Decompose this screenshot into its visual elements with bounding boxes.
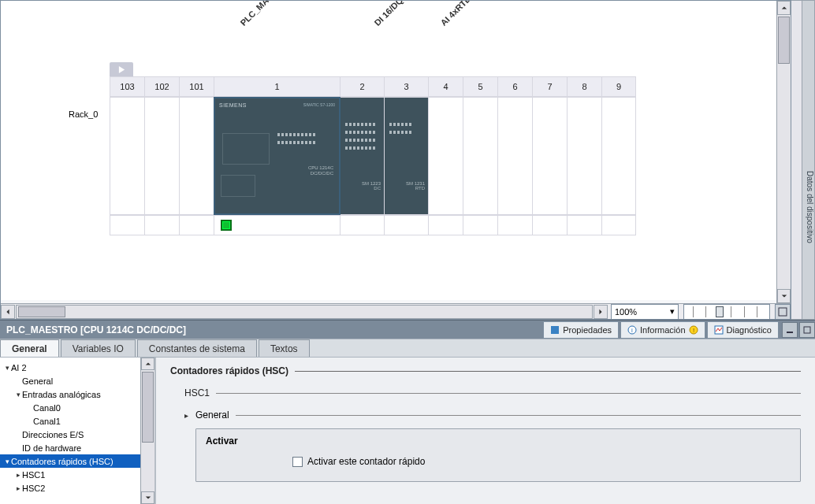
slot-header[interactable]: 2 (340, 76, 384, 97)
vscroll-track[interactable] (777, 15, 791, 289)
sm1-label: SM 1223DC (362, 181, 381, 191)
slot-foot-cpu[interactable] (214, 215, 340, 235)
minimize-panel-button[interactable] (782, 322, 798, 338)
module-sm1231[interactable]: SM 1231RTD (385, 98, 428, 214)
slot-sm1[interactable]: SM 1223DC (340, 97, 384, 215)
slot-empty[interactable] (428, 97, 463, 215)
tree-vscroll[interactable] (140, 358, 154, 504)
tree-scroll-track[interactable] (141, 370, 154, 491)
slot-foot[interactable] (428, 215, 463, 235)
sub-rule (236, 415, 801, 416)
run-led-icon (221, 220, 232, 231)
tab-constantes[interactable]: Constantes de sistema (137, 339, 257, 357)
activar-checkbox[interactable] (292, 457, 303, 467)
hscroll-thumb[interactable] (18, 306, 65, 317)
slot-empty[interactable] (463, 97, 497, 215)
restore-panel-button[interactable] (799, 322, 815, 338)
slot-foot[interactable] (110, 215, 144, 235)
slot-header[interactable]: 8 (567, 76, 601, 97)
slot-foot[interactable] (601, 215, 636, 235)
slot-header[interactable]: 4 (428, 76, 463, 97)
svg-text:i: i (631, 327, 633, 334)
slot-empty[interactable] (179, 97, 214, 215)
play-badge[interactable] (110, 62, 133, 76)
subsection-general[interactable]: ▸ General (184, 410, 801, 421)
zoom-select[interactable]: 100% ▾ (611, 304, 679, 320)
tree-item-canal1[interactable]: •Canal1 (0, 414, 142, 428)
right-rail-splitter[interactable] (791, 0, 802, 320)
slot-foot[interactable] (532, 215, 567, 235)
slot-foot[interactable] (497, 215, 532, 235)
slot-empty[interactable] (532, 97, 567, 215)
chevron-right-icon: ▸ (184, 411, 195, 420)
device-hscroll-strip: 100% ▾ (1, 303, 791, 319)
tree-item-direcciones[interactable]: •Direcciones E/S (0, 428, 142, 441)
slot-sm2[interactable]: SM 1231RTD (384, 97, 428, 215)
fit-view-button[interactable] (775, 304, 791, 320)
tree-item-general[interactable]: •General (0, 374, 142, 387)
slot-header[interactable]: 3 (384, 76, 428, 97)
slot-cpu[interactable]: SIEMENS SIMATIC S7-1200 CPU 1214C DC/DC/… (214, 97, 340, 215)
cpu-type-label: CPU 1214C DC/DC/DC (308, 165, 333, 176)
scroll-left-button[interactable] (1, 305, 15, 319)
device-vscroll[interactable] (776, 1, 791, 303)
tree-item-canal0[interactable]: •Canal0 (0, 401, 142, 414)
cpu-io-rows (277, 133, 333, 144)
slot-header[interactable]: 7 (532, 76, 567, 97)
tree-item-hsc1[interactable]: ▸HSC1 (0, 468, 142, 481)
tree-item-hsc2[interactable]: ▸HSC2 (0, 481, 142, 495)
slot-foot[interactable] (567, 215, 601, 235)
rack-label: Rack_0 (69, 109, 98, 119)
slot-foot[interactable] (144, 215, 179, 235)
tab-propiedades[interactable]: Propiedades (543, 321, 619, 339)
tree-item-entradas[interactable]: ▾Entradas analógicas (0, 387, 142, 401)
sm-io-rows (345, 123, 379, 150)
tree-item-contadores[interactable]: ▾Contadores rápidos (HSC) (0, 454, 142, 468)
right-rail-panel-tab[interactable]: Datos del dispositivo (802, 0, 815, 320)
tab-variablesio[interactable]: Variables IO (61, 339, 136, 357)
device-canvas[interactable]: PLC_MAESTRO DI 16/DQ 16x24 AI 4xRTD_1 Ra… (1, 1, 781, 300)
slot-foot[interactable] (384, 215, 428, 235)
section-contadores: Contadores rápidos (HSC) (170, 365, 801, 376)
property-tree[interactable]: ▾AI 2 •General ▾Entradas analógicas •Can… (0, 358, 142, 495)
slot-empty[interactable] (144, 97, 179, 215)
scroll-right-button[interactable] (594, 305, 608, 319)
slot-empty[interactable] (567, 97, 601, 215)
tab-general[interactable]: General (0, 339, 59, 357)
tab-informacion[interactable]: i Información ! (620, 321, 705, 339)
zoom-slider-thumb[interactable] (716, 306, 724, 317)
slot-header[interactable]: 9 (601, 76, 636, 97)
vscroll-thumb[interactable] (778, 17, 790, 64)
slot-empty[interactable] (601, 97, 636, 215)
tree-scroll-up[interactable] (141, 358, 154, 370)
lower-split: ▾AI 2 •General ▾Entradas analógicas •Can… (0, 358, 815, 504)
slot-foot[interactable] (179, 215, 214, 235)
slot-header[interactable]: 6 (497, 76, 532, 97)
module-cpu[interactable]: SIEMENS SIMATIC S7-1200 CPU 1214C DC/DC/… (214, 98, 340, 214)
slot-empty[interactable] (110, 97, 144, 215)
zoom-slider[interactable] (683, 304, 770, 320)
tree-item-idhw[interactable]: •ID de hardware (0, 441, 142, 454)
hscroll-track[interactable] (16, 305, 593, 319)
slot-header[interactable]: 102 (144, 76, 179, 97)
slot-header[interactable]: 103 (110, 76, 144, 97)
tab-textos[interactable]: Textos (259, 339, 310, 357)
slot-foot[interactable] (463, 215, 497, 235)
diagnostic-icon (714, 325, 724, 335)
slot-empty[interactable] (497, 97, 532, 215)
slot-foot[interactable] (340, 215, 384, 235)
tree-scroll-thumb[interactable] (142, 372, 154, 443)
module-sm1223[interactable]: SM 1223DC (341, 98, 384, 214)
slot-header[interactable]: 1 (214, 76, 340, 97)
siemens-logo: SIEMENS (219, 102, 247, 108)
tab-diagnostico[interactable]: Diagnóstico (707, 321, 779, 339)
scroll-down-button[interactable] (777, 289, 791, 303)
subsection-hsc1: HSC1 (184, 387, 801, 398)
scroll-up-button[interactable] (777, 1, 791, 15)
slot-header[interactable]: 5 (463, 76, 497, 97)
slot-header[interactable]: 101 (179, 76, 214, 97)
minimize-icon (786, 326, 794, 334)
tree-scroll-down[interactable] (141, 491, 154, 504)
play-icon (118, 66, 125, 73)
tree-item-ai2[interactable]: ▾AI 2 (0, 361, 142, 374)
